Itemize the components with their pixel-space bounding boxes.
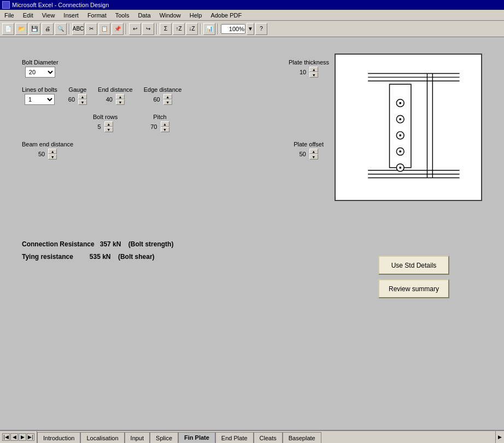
toolbar-sum[interactable]: Σ <box>160 23 172 35</box>
toolbar-cut[interactable]: ✂ <box>85 23 97 35</box>
results-area: Connection Resistance 357 kN (Bolt stren… <box>22 239 173 262</box>
tab-end-plate[interactable]: End Plate <box>215 432 254 443</box>
pitch-value: 70 <box>150 123 157 130</box>
toolbar: 📄 📂 💾 🖨 🔍 ABC ✂ 📋 📌 ↩ ↪ Σ ↑Z ↓Z 📊 ▼ ? <box>0 21 504 37</box>
menu-file[interactable]: File <box>2 11 16 19</box>
plate-thickness-up[interactable]: ▲ <box>309 67 318 72</box>
zoom-dropdown-btn[interactable]: ▼ <box>247 23 254 35</box>
tab-first-btn[interactable]: |◀ <box>2 433 10 441</box>
bolt-diameter-group: Bolt Diameter 20 <box>22 59 58 78</box>
connection-diagram <box>335 54 482 201</box>
beam-end-distance-up[interactable]: ▲ <box>48 149 57 154</box>
app-icon <box>2 1 10 9</box>
tab-input[interactable]: Input <box>125 432 150 443</box>
bolt-diameter-input[interactable]: 20 <box>25 67 55 78</box>
beam-end-distance-spinner: 50 ▲ ▼ <box>38 149 57 160</box>
end-distance-down[interactable]: ▼ <box>116 99 125 105</box>
tab-splice[interactable]: Splice <box>150 432 178 443</box>
tab-cleats[interactable]: Cleats <box>254 432 283 443</box>
menu-edit[interactable]: Edit <box>21 11 36 19</box>
gauge-label: Gauge <box>68 86 86 93</box>
tab-localisation[interactable]: Localisation <box>80 432 124 443</box>
pitch-down[interactable]: ▼ <box>161 127 169 132</box>
plate-thickness-spin-btns: ▲ ▼ <box>309 67 318 78</box>
plate-thickness-group: Plate thickness 10 ▲ ▼ <box>289 59 329 78</box>
end-distance-spinner: 40 ▲ ▼ <box>106 94 125 105</box>
toolbar-sort-asc[interactable]: ↑Z <box>173 23 185 35</box>
sep3 <box>156 23 157 34</box>
zoom-input[interactable] <box>221 24 245 34</box>
menu-data[interactable]: Data <box>136 11 153 19</box>
tab-prev-btn[interactable]: ◀ <box>10 433 18 441</box>
toolbar-sort-desc[interactable]: ↓Z <box>186 23 198 35</box>
svg-point-11 <box>399 102 401 104</box>
title-bar: Microsoft Excel - Connection Design <box>0 0 504 10</box>
toolbar-open[interactable]: 📂 <box>15 23 27 35</box>
plate-offset-down[interactable]: ▼ <box>309 154 318 160</box>
bolt-rows-spin-btns: ▲ ▼ <box>104 121 113 132</box>
edge-distance-label: Edge distance <box>144 86 182 93</box>
tab-next-btn[interactable]: ▶ <box>19 433 26 441</box>
tab-last-btn[interactable]: ▶| <box>27 433 34 441</box>
menu-tools[interactable]: Tools <box>113 11 132 19</box>
gauge-down[interactable]: ▼ <box>78 99 87 105</box>
toolbar-redo[interactable]: ↪ <box>142 23 154 35</box>
edge-distance-spin-btns: ▲ ▼ <box>163 94 172 105</box>
bolt-diameter-spinner: 20 <box>25 67 55 78</box>
use-std-details-button[interactable]: Use Std Details <box>378 256 449 275</box>
toolbar-print[interactable]: 🔍 <box>55 23 67 35</box>
tying-resistance-note: (Bolt shear) <box>118 253 155 261</box>
gauge-group: Gauge 60 ▲ ▼ <box>68 86 87 105</box>
gauge-up[interactable]: ▲ <box>78 94 87 99</box>
gauge-value: 60 <box>68 96 75 103</box>
plate-offset-up[interactable]: ▲ <box>309 149 318 154</box>
bolt-rows-label: Bolt rows <box>93 114 118 120</box>
main-content: Bolt Diameter 20 Plate thickness 10 ▲ ▼ <box>0 37 504 430</box>
bolt-rows-down[interactable]: ▼ <box>104 127 113 132</box>
end-distance-up[interactable]: ▲ <box>116 94 125 99</box>
beam-end-distance-value: 50 <box>38 151 45 157</box>
toolbar-save[interactable]: 💾 <box>28 23 40 35</box>
zoom-control[interactable]: ▼ <box>221 23 254 35</box>
plate-thickness-value: 10 <box>300 69 306 75</box>
menu-insert[interactable]: Insert <box>61 11 81 19</box>
tab-scroll-right[interactable]: ▶ <box>495 431 504 443</box>
toolbar-help-btn[interactable]: ? <box>255 23 267 35</box>
tab-fin-plate[interactable]: Fin Plate <box>178 432 215 443</box>
toolbar-undo[interactable]: ↩ <box>129 23 141 35</box>
title-text: Microsoft Excel - Connection Design <box>12 2 109 8</box>
edge-distance-spinner: 60 ▲ ▼ <box>153 94 172 105</box>
end-distance-group: End distance 40 ▲ ▼ <box>98 86 133 105</box>
pitch-spinner: 70 ▲ ▼ <box>150 121 169 132</box>
toolbar-paste[interactable]: 📌 <box>112 23 124 35</box>
tab-nav-arrows: |◀ ◀ ▶ ▶| <box>0 431 37 443</box>
beam-end-distance-down[interactable]: ▼ <box>48 154 57 160</box>
toolbar-save2[interactable]: 🖨 <box>42 23 54 35</box>
svg-point-15 <box>399 134 401 137</box>
menu-window[interactable]: Window <box>157 11 183 19</box>
toolbar-new[interactable]: 📄 <box>2 23 14 35</box>
sep1 <box>69 23 70 34</box>
toolbar-chart[interactable]: 📊 <box>203 23 215 35</box>
lines-of-bolts-input[interactable]: 1 <box>25 94 55 105</box>
menu-help[interactable]: Help <box>187 11 204 19</box>
tab-introduction[interactable]: Introduction <box>37 432 80 443</box>
edge-distance-group: Edge distance 60 ▲ ▼ <box>144 86 182 105</box>
menu-adobe-pdf[interactable]: Adobe PDF <box>208 11 244 19</box>
plate-offset-spin-btns: ▲ ▼ <box>309 149 318 160</box>
pitch-up[interactable]: ▲ <box>161 121 169 127</box>
plate-thickness-down[interactable]: ▼ <box>309 72 318 78</box>
edge-distance-down[interactable]: ▼ <box>163 99 172 105</box>
bolt-rows-up[interactable]: ▲ <box>104 121 113 127</box>
end-distance-label: End distance <box>98 86 133 93</box>
review-summary-button[interactable]: Review summary <box>378 279 449 298</box>
tab-baseplate[interactable]: Baseplate <box>283 432 321 443</box>
menu-view[interactable]: View <box>40 11 57 19</box>
edge-distance-up[interactable]: ▲ <box>163 94 172 99</box>
toolbar-copy[interactable]: 📋 <box>98 23 110 35</box>
plate-offset-spinner: 50 ▲ ▼ <box>299 149 318 160</box>
menu-format[interactable]: Format <box>85 11 109 19</box>
toolbar-spell[interactable]: ABC <box>72 23 84 35</box>
lines-of-bolts-spinner: 1 <box>25 94 55 105</box>
tying-resistance-value: 535 kN <box>90 253 111 261</box>
